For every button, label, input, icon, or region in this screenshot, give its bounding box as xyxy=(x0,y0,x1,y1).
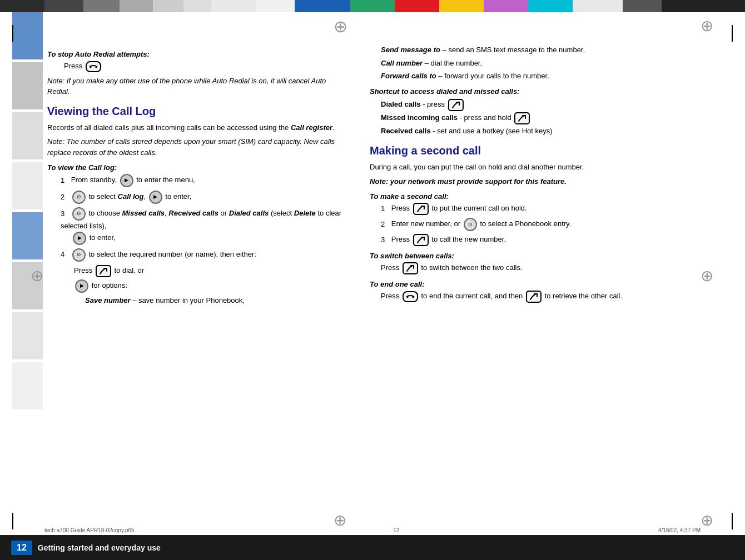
color-block-8 xyxy=(256,0,295,12)
viewing-call-log-section: Viewing the Call Log Records of all dial… xyxy=(47,105,347,306)
end-one-call-body: Press to end the current call, and then xyxy=(370,291,670,303)
color-block-r2 xyxy=(350,0,395,12)
margin-block-5 xyxy=(12,212,43,259)
making-second-call-section: Making a second call During a call, you … xyxy=(370,144,670,303)
second-call-step-1: 1 Press to put the current call on hold. xyxy=(381,203,670,215)
save-number-item: Save number – save number in your Phoneb… xyxy=(85,295,347,306)
sub-press-dial: Press to dial, or xyxy=(74,265,347,277)
end-one-call-heading: To end one call: xyxy=(370,280,670,288)
svg-point-0 xyxy=(90,66,91,68)
note-sim-capacity: Note: The number of calls stored depends… xyxy=(47,136,347,158)
sub-for-options: ▶ for options: xyxy=(74,279,347,293)
nav-icon-4: ⊙ xyxy=(72,248,86,262)
top-bar-left xyxy=(0,0,295,12)
color-block-6 xyxy=(183,0,211,12)
stop-auto-redial-section: To stop Auto Redial attempts: Press xyxy=(47,50,347,72)
color-block-2 xyxy=(44,0,83,12)
footer-center-text: 12 xyxy=(393,527,399,533)
nav-right-icon-1: ▶ xyxy=(120,174,133,187)
nav-right-icon-2: ▶ xyxy=(149,191,162,204)
stop-auto-redial-press: Press xyxy=(47,61,347,72)
to-make-second-call-heading: To make a second call: xyxy=(370,192,670,201)
color-block-r9 xyxy=(662,0,745,12)
color-block-r3 xyxy=(395,0,439,12)
options-continued: Send message to – send an SMS text messa… xyxy=(370,44,670,82)
svg-point-2 xyxy=(406,297,408,298)
second-call-steps: 1 Press to put the current call on hold.… xyxy=(370,203,670,246)
step-4-sub: Press to dial, or ▶ for optio xyxy=(61,265,347,306)
call-button-icon-dial xyxy=(96,265,111,277)
margin-block-3 xyxy=(12,112,43,159)
left-margin-strip xyxy=(12,12,43,409)
nav-icon-3: ⊙ xyxy=(72,207,86,221)
nav-right-icon-3: ▶ xyxy=(73,232,86,245)
call-button-switch xyxy=(403,262,418,274)
forward-calls-item: Forward calls to – forward your calls to… xyxy=(381,71,670,82)
margin-block-8 xyxy=(12,362,43,409)
call-log-intro: Records of all dialed calls plus all inc… xyxy=(47,122,347,133)
note-auto-redial: Note: If you make any other use of the p… xyxy=(47,76,347,97)
main-content: To stop Auto Redial attempts: Press Note… xyxy=(47,44,703,309)
color-block-r7 xyxy=(573,0,623,12)
footer-right-text: 4/18/02, 4:37 PM xyxy=(658,527,701,533)
color-block-r5 xyxy=(484,0,528,12)
bottom-label-text: Getting started and everyday use xyxy=(38,543,161,552)
svg-point-1 xyxy=(95,66,97,68)
footer-left-text: tech a700 Guide APR18-02copy.p65 xyxy=(44,527,135,533)
switch-calls-heading: To switch between calls: xyxy=(370,252,670,260)
color-block-1 xyxy=(0,0,44,12)
color-block-r4 xyxy=(439,0,484,12)
color-block-7 xyxy=(211,0,256,12)
call-button-icon-missed xyxy=(514,112,530,124)
shortcut-heading: Shortcut to access dialed and missed cal… xyxy=(370,87,670,96)
stop-auto-redial-heading: To stop Auto Redial attempts: xyxy=(47,50,347,58)
tick-mark-tl xyxy=(12,25,13,42)
margin-block-1 xyxy=(12,12,43,59)
page-number-badge: 12 xyxy=(11,541,32,555)
dialed-calls-shortcut: Dialed calls - press xyxy=(370,99,670,111)
crosshair-top-center: ⊕ xyxy=(334,17,347,36)
margin-block-7 xyxy=(12,312,43,359)
call-log-steps: 1 From standby, ▶ to enter the menu, 2 ⊙… xyxy=(47,174,347,306)
step-2: 2 ⊙ to select Call log, ▶ to enter, xyxy=(58,191,347,204)
received-calls-shortcut: Received calls - set and use a hotkey (s… xyxy=(370,126,670,137)
call-number-item: Call number – dial the number, xyxy=(381,58,670,69)
footer-info: tech a700 Guide APR18-02copy.p65 12 4/18… xyxy=(0,527,745,533)
second-call-step-2: 2 Enter new number, or ⊙ to select a Pho… xyxy=(381,218,670,231)
viewing-call-log-title: Viewing the Call Log xyxy=(47,105,347,118)
crosshair-top-right: ⊕ xyxy=(701,17,713,35)
shortcut-section: Shortcut to access dialed and missed cal… xyxy=(370,87,670,137)
margin-block-4 xyxy=(12,162,43,209)
second-call-note: Note: your network must provide support … xyxy=(370,176,670,187)
call-button-step-1 xyxy=(413,203,429,215)
press-label: Press xyxy=(64,62,82,70)
making-second-call-title: Making a second call xyxy=(370,144,670,157)
margin-block-2 xyxy=(12,62,43,109)
second-call-body: During a call, you can put the call on h… xyxy=(370,162,670,173)
step-3: 3 ⊙ to choose Missed calls, Received cal… xyxy=(58,207,347,245)
nav-right-icon-options: ▶ xyxy=(75,279,88,293)
color-block-4 xyxy=(120,0,153,12)
switch-calls-body: Press to switch between the two calls. xyxy=(370,262,670,274)
missed-calls-shortcut: Missed incoming calls - press and hold xyxy=(370,112,670,124)
step-4: 4 ⊙ to select the required number (or na… xyxy=(58,248,347,306)
tick-mark-tr xyxy=(732,25,733,42)
crosshair-mid-left: ⊕ xyxy=(31,267,43,285)
color-block-5 xyxy=(153,0,183,12)
nav-icon-2: ⊙ xyxy=(72,191,86,204)
to-view-call-log-heading: To view the Call log: xyxy=(47,163,347,172)
second-call-step-3: 3 Press to call the new number. xyxy=(381,234,670,246)
options-list: Save number – save number in your Phoneb… xyxy=(74,295,347,306)
top-color-bar xyxy=(0,0,745,12)
left-column: To stop Auto Redial attempts: Press Note… xyxy=(47,44,347,309)
color-block-r8 xyxy=(623,0,662,12)
svg-point-3 xyxy=(412,297,414,298)
color-block-3 xyxy=(83,0,120,12)
color-block-r1 xyxy=(295,0,350,12)
call-button-retrieve xyxy=(526,291,542,303)
send-message-to-item: Send message to – send an SMS text messa… xyxy=(381,44,670,56)
call-button-step-3 xyxy=(413,234,429,246)
nav-icon-step-2: ⊙ xyxy=(464,218,477,231)
bottom-bar: 12 Getting started and everyday use xyxy=(0,535,745,560)
right-column: Send message to – send an SMS text messa… xyxy=(370,44,670,309)
